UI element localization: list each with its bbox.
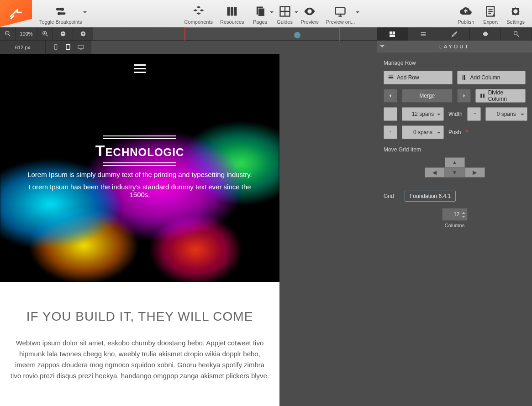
merge-label: Merge — [419, 93, 435, 99]
manage-row-label: Manage Row — [384, 60, 526, 66]
export-button[interactable]: Export — [478, 0, 503, 27]
device-desktop-icon[interactable] — [77, 43, 84, 52]
pages-label: Pages — [253, 19, 267, 25]
svg-rect-18 — [83, 32, 83, 35]
zoom-value[interactable]: 100% — [16, 27, 37, 40]
offset-icon — [467, 107, 481, 121]
pages-button[interactable]: Pages — [248, 0, 273, 27]
step-down-icon[interactable] — [462, 216, 465, 219]
preview-label: Preview — [301, 19, 319, 25]
svg-rect-4 — [227, 7, 230, 16]
svg-rect-27 — [389, 77, 394, 78]
preview-button[interactable]: Preview — [297, 0, 322, 27]
move-grid-controls: ▲ ◀ ▼ ▶ — [384, 157, 526, 177]
zoom-out-fit-button[interactable] — [0, 27, 16, 40]
preview-on-button[interactable]: Preview on... — [322, 0, 359, 27]
svg-rect-30 — [462, 75, 463, 80]
caret-down-icon — [356, 11, 359, 15]
design-canvas[interactable]: Technologic Lorem Ipsum is simply dummy … — [0, 54, 279, 406]
resources-button[interactable]: Resources — [216, 0, 248, 27]
zoom-minus-button[interactable] — [53, 27, 73, 40]
panel-title[interactable]: LAYOUT — [377, 41, 532, 52]
tab-list-icon[interactable] — [408, 27, 439, 41]
toggle-breakpoints-button[interactable]: Toggle Breakpoints — [36, 0, 86, 27]
push-label: Push — [448, 129, 461, 135]
svg-point-1 — [61, 7, 64, 10]
device-phone-icon[interactable] — [52, 43, 59, 52]
push-dropdown-caret-icon[interactable] — [465, 130, 469, 134]
hero-title[interactable]: Technologic — [27, 142, 252, 160]
merge-left-button[interactable] — [384, 89, 397, 103]
move-left-button[interactable]: ◀ — [425, 167, 445, 177]
panel-tabs — [377, 27, 532, 41]
hero-paragraph-1[interactable]: Lorem Ipsum is simply dummy text of the … — [27, 171, 252, 178]
svg-point-3 — [58, 12, 61, 15]
canvas-width-value: 612 px — [0, 41, 46, 54]
top-toolbar: Toggle Breakpoints Components Resources … — [0, 0, 532, 27]
breakpoint-dot[interactable] — [294, 32, 300, 38]
tab-brush-icon[interactable] — [439, 27, 470, 41]
columns-label: Columns — [384, 223, 526, 228]
chevron-down-icon — [380, 45, 385, 50]
push-icon — [384, 125, 397, 139]
move-down-button[interactable]: ▼ — [445, 167, 465, 177]
svg-rect-6 — [234, 7, 237, 16]
svg-rect-22 — [390, 31, 392, 34]
svg-rect-24 — [390, 34, 395, 36]
move-up-button[interactable]: ▲ — [445, 157, 465, 167]
tab-layout-icon[interactable] — [377, 27, 408, 41]
merge-right-button[interactable] — [457, 89, 471, 103]
svg-rect-19 — [54, 44, 57, 49]
add-row-button[interactable]: Add Row — [384, 71, 453, 84]
size-bar: 612 px — [0, 41, 377, 54]
svg-rect-8 — [258, 8, 264, 16]
device-icons — [46, 41, 91, 54]
add-column-button[interactable]: Add Column — [457, 71, 526, 84]
guides-button[interactable]: Guides — [273, 0, 297, 27]
settings-label: Settings — [506, 19, 525, 25]
svg-rect-5 — [231, 7, 233, 16]
app-logo[interactable] — [0, 0, 32, 27]
guides-label: Guides — [277, 19, 293, 25]
device-tablet-icon[interactable] — [64, 43, 72, 52]
caret-down-icon — [83, 11, 87, 15]
zoom-bar: 100% — [0, 27, 377, 41]
publish-button[interactable]: Publish — [453, 0, 478, 27]
grid-label: Grid — [384, 193, 400, 199]
settings-button[interactable]: Settings — [503, 0, 528, 27]
tab-gear-icon[interactable] — [470, 27, 501, 41]
hero-paragraph-2[interactable]: Lorem Ipsum has been the industry's stan… — [27, 183, 252, 198]
width-label: Width — [448, 111, 463, 117]
step-up-icon[interactable] — [462, 210, 465, 214]
divide-column-label: Divide Column — [488, 89, 521, 102]
columns-number-input[interactable]: 12 — [442, 208, 468, 221]
preview-on-label: Preview on... — [326, 19, 355, 25]
merge-button[interactable]: Merge — [402, 89, 453, 103]
svg-rect-23 — [393, 31, 395, 34]
width-icon — [384, 107, 397, 121]
section-heading[interactable]: IF YOU BUILD IT, THEY WILL COME — [9, 309, 270, 324]
add-column-label: Add Column — [470, 74, 500, 81]
width-spans-select[interactable]: 12 spans — [402, 107, 444, 121]
breakpoint-ruler[interactable] — [93, 27, 377, 40]
section-body[interactable]: Webtwo ipsum dolor sit amet, eskobo chum… — [9, 338, 270, 381]
move-right-button[interactable]: ▶ — [465, 167, 485, 177]
grid-framework-select[interactable]: Foundation 6.4.1 — [405, 191, 456, 202]
components-label: Components — [184, 19, 213, 25]
offset-spans-select[interactable]: 0 spans — [485, 107, 527, 121]
push-spans-select[interactable]: 0 spans — [402, 125, 444, 139]
tab-inspect-icon[interactable] — [501, 27, 532, 41]
svg-rect-15 — [62, 33, 64, 34]
right-panel: LAYOUT Manage Row Add Row Add Column Mer… — [377, 27, 532, 406]
divide-column-button[interactable]: Divide Column — [475, 89, 526, 103]
svg-rect-31 — [480, 94, 482, 98]
zoom-in-fit-button[interactable] — [37, 27, 53, 40]
svg-rect-26 — [514, 31, 517, 35]
hero-section[interactable]: Technologic Lorem Ipsum is simply dummy … — [0, 54, 279, 282]
add-row-label: Add Row — [397, 74, 419, 81]
panel-title-label: LAYOUT — [439, 44, 470, 49]
resources-label: Resources — [220, 19, 244, 25]
zoom-plus-button[interactable] — [73, 27, 93, 40]
components-button[interactable]: Components — [181, 0, 216, 27]
content-section[interactable]: IF YOU BUILD IT, THEY WILL COME Webtwo i… — [0, 282, 279, 406]
